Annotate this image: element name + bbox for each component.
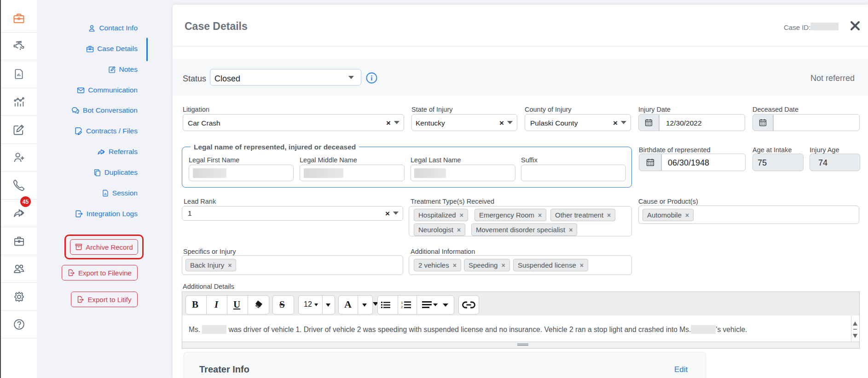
svg-text:2: 2 [401,305,403,309]
svg-text:1: 1 [401,301,403,305]
